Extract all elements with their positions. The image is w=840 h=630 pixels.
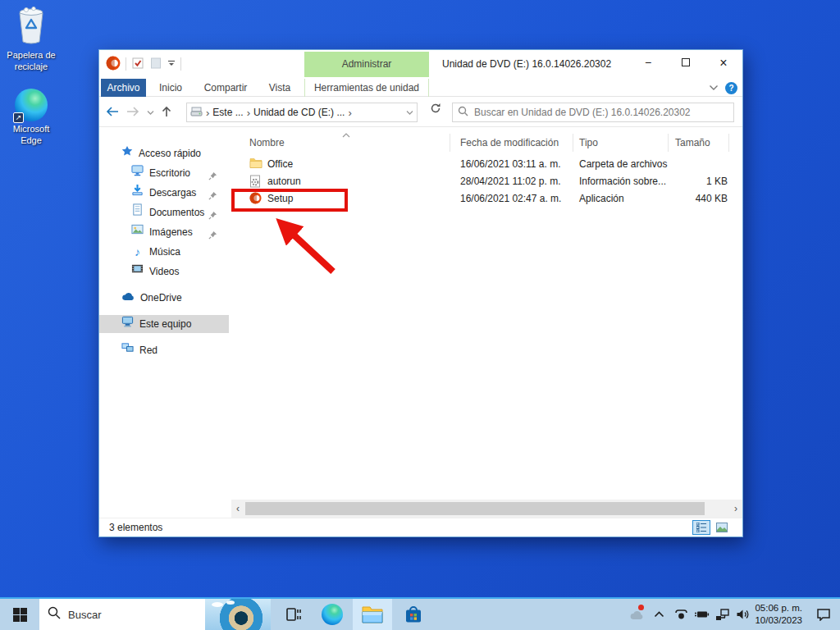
breadcrumb-unidad-cd[interactable]: Unidad de CD (E:) ... — [253, 107, 345, 118]
column-divider[interactable] — [668, 134, 669, 152]
column-header-tamano[interactable]: Tamaño — [675, 134, 710, 152]
taskbar-edge-button[interactable] — [315, 599, 349, 630]
new-folder-quick-icon[interactable] — [149, 57, 162, 72]
breadcrumb-chevron-icon: › — [206, 107, 209, 119]
notification-dot — [638, 605, 644, 610]
file-explorer-window: Administrar Unidad de DVD (E:) 16.0.1402… — [98, 49, 743, 537]
action-center-button[interactable] — [807, 599, 840, 630]
shortcut-arrow-icon: ↗ — [13, 112, 24, 123]
column-header-tipo[interactable]: Tipo — [579, 134, 598, 152]
taskbar-search-box[interactable] — [39, 599, 205, 630]
column-divider[interactable] — [573, 134, 573, 152]
tray-capture-icon[interactable] — [671, 599, 692, 630]
quick-access-star-icon — [121, 144, 133, 162]
tab-vista[interactable]: Vista — [258, 79, 301, 97]
office-window-icon — [106, 56, 121, 73]
refresh-button[interactable] — [426, 103, 445, 122]
sidebar-item-imagenes[interactable]: Imágenes — [99, 223, 229, 241]
scroll-left-arrow-icon[interactable]: ‹ — [231, 500, 244, 518]
search-icon — [458, 106, 468, 119]
setup-information-file-icon — [249, 175, 261, 190]
minimize-button[interactable]: − — [629, 50, 667, 77]
column-divider[interactable] — [728, 134, 729, 152]
folder-icon — [249, 158, 262, 171]
tab-archivo[interactable]: Archivo — [101, 79, 146, 97]
explorer-search-box[interactable] — [452, 103, 734, 122]
sidebar-item-musica[interactable]: ♪ Música — [99, 243, 229, 261]
scroll-right-arrow-icon[interactable]: › — [729, 500, 742, 518]
volume-icon[interactable] — [733, 599, 753, 630]
address-dropdown-chevron-icon[interactable] — [406, 107, 413, 118]
hidden-icons-chevron[interactable] — [646, 599, 671, 630]
edge-desktop-icon[interactable]: ↗ Microsoft Edge — [2, 89, 61, 147]
taskbar-search-input[interactable] — [68, 609, 167, 621]
column-header-fecha[interactable]: Fecha de modificación — [460, 134, 559, 152]
network-icon — [121, 341, 134, 359]
address-bar[interactable]: › Este ... › Unidad de CD (E:) ... › — [186, 103, 418, 122]
file-row-office[interactable]: Office 16/06/2021 03:11 a. m. Carpeta de… — [231, 156, 742, 173]
onedrive-tray-icon[interactable] — [626, 599, 646, 630]
customize-quick-access-chevron-icon[interactable] — [167, 58, 176, 70]
task-view-button[interactable] — [277, 599, 310, 630]
recycle-bin-icon — [14, 7, 48, 48]
taskbar-clock[interactable]: 05:06 p. m. 10/03/2023 — [753, 602, 807, 627]
pictures-icon — [131, 223, 144, 241]
taskbar: 05:06 p. m. 10/03/2023 — [0, 597, 840, 630]
window-title: Unidad de DVD (E:) 16.0.14026.20302 — [442, 50, 611, 79]
sidebar-item-onedrive[interactable]: OneDrive — [99, 289, 229, 307]
up-button[interactable] — [162, 106, 171, 120]
sidebar-item-este-equipo[interactable]: Este equipo — [99, 315, 229, 333]
minimize-ribbon-chevron-icon[interactable] — [709, 82, 719, 94]
sort-ascending-chevron-icon — [342, 129, 350, 140]
file-row-autorun[interactable]: autorun 28/04/2021 11:02 p. m. Informaci… — [231, 173, 742, 190]
thumbnails-view-button[interactable] — [713, 520, 731, 535]
horizontal-scrollbar[interactable]: ‹ › — [231, 500, 742, 518]
this-pc-icon — [121, 315, 134, 333]
title-bar[interactable]: Administrar Unidad de DVD (E:) 16.0.1402… — [99, 50, 742, 79]
help-button[interactable]: ? — [725, 82, 737, 94]
microsoft-store-icon — [404, 605, 423, 624]
sidebar-item-escritorio[interactable]: Escritorio — [99, 164, 229, 182]
battery-icon[interactable] — [692, 599, 712, 630]
column-header-nombre[interactable]: Nombre — [249, 134, 285, 152]
edge-logo-icon: ↗ — [15, 89, 48, 121]
taskbar-store-button[interactable] — [395, 599, 431, 630]
search-icon — [48, 606, 61, 623]
details-view-button[interactable] — [692, 520, 710, 535]
news-and-interests-widget[interactable] — [205, 599, 271, 630]
recycle-bin-desktop-icon[interactable]: Papelera de reciclaje — [2, 7, 61, 73]
sidebar-item-descargas[interactable]: Descargas — [99, 184, 229, 202]
taskbar-file-explorer-button[interactable] — [353, 599, 392, 630]
file-row-setup[interactable]: Setup 16/06/2021 02:47 a. m. Aplicación … — [231, 190, 742, 208]
breadcrumb-este-equipo[interactable]: Este ... — [212, 107, 243, 118]
divider — [180, 57, 181, 71]
contextual-tab-administrar[interactable]: Administrar — [304, 52, 429, 77]
divider — [126, 57, 126, 71]
items-count: 3 elementos — [109, 518, 162, 536]
maximize-button[interactable] — [667, 50, 705, 77]
sidebar-item-documentos[interactable]: Documentos — [99, 203, 229, 221]
start-button[interactable] — [0, 599, 39, 630]
sidebar-item-videos[interactable]: Videos — [99, 262, 229, 281]
file-explorer-icon — [362, 605, 383, 623]
music-icon: ♪ — [131, 243, 144, 261]
explorer-search-input[interactable] — [474, 107, 728, 118]
back-button[interactable] — [106, 107, 119, 119]
tab-inicio[interactable]: Inicio — [148, 79, 193, 97]
scrollbar-thumb[interactable] — [245, 502, 705, 515]
recent-locations-chevron-icon[interactable] — [147, 107, 154, 118]
tab-compartir[interactable]: Compartir — [196, 79, 255, 97]
forward-button[interactable] — [126, 107, 139, 119]
sidebar-item-acceso-rapido[interactable]: Acceso rápido — [99, 144, 229, 162]
navigation-pane: Acceso rápido Escritorio Descargas Docum… — [99, 127, 231, 518]
recycle-bin-label: Papelera de reciclaje — [2, 50, 61, 73]
documents-icon — [131, 203, 144, 221]
desktop-icon — [131, 164, 144, 182]
properties-quick-icon[interactable] — [131, 57, 144, 72]
column-divider[interactable] — [450, 134, 450, 152]
network-tray-icon[interactable] — [712, 599, 733, 630]
close-button[interactable]: × — [705, 50, 742, 77]
breadcrumb-chevron-icon: › — [247, 107, 250, 119]
tab-herramientas-de-unidad[interactable]: Herramientas de unidad — [304, 79, 429, 97]
sidebar-item-red[interactable]: Red — [99, 341, 229, 359]
